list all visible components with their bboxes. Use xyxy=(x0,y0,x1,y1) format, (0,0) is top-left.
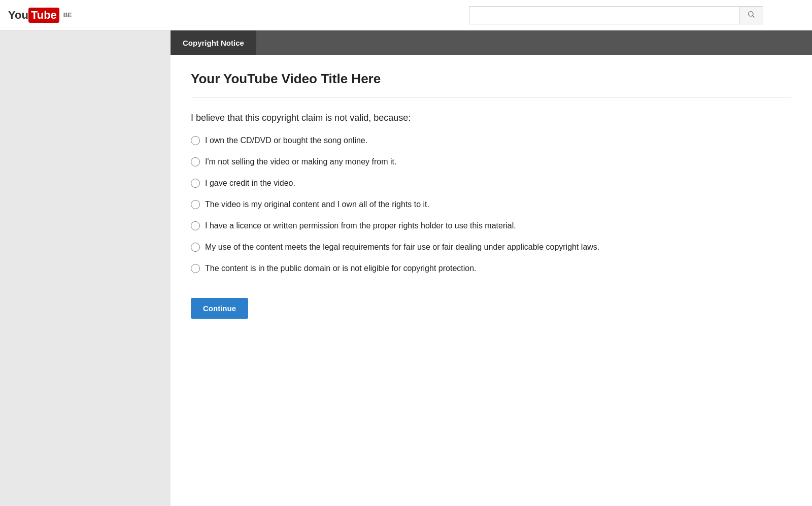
svg-point-0 xyxy=(749,12,753,16)
youtube-logo: YouTube xyxy=(8,8,59,23)
sidebar xyxy=(0,55,171,506)
radio-item[interactable]: I gave credit in the video. xyxy=(191,177,792,189)
svg-line-1 xyxy=(753,16,754,17)
logo-container: YouTube BE xyxy=(8,8,72,23)
radio-label-opt7: The content is in the public domain or i… xyxy=(205,262,477,275)
radio-label-opt3: I gave credit in the video. xyxy=(205,177,295,189)
content-area: Your YouTube Video Title Here I believe … xyxy=(171,55,812,506)
radio-opt6[interactable] xyxy=(191,243,200,252)
radio-opt5[interactable] xyxy=(191,221,200,230)
radio-item[interactable]: I have a licence or written permission f… xyxy=(191,220,792,232)
radio-label-opt6: My use of the content meets the legal re… xyxy=(205,241,599,253)
main-layout: Your YouTube Video Title Here I believe … xyxy=(0,55,812,506)
video-title: Your YouTube Video Title Here xyxy=(191,71,792,87)
radio-item[interactable]: The content is in the public domain or i… xyxy=(191,262,792,275)
radio-label-opt5: I have a licence or written permission f… xyxy=(205,220,516,232)
radio-opt2[interactable] xyxy=(191,157,200,166)
search-icon xyxy=(747,10,755,20)
tab-label: Copyright Notice xyxy=(183,39,244,47)
tab-copyright-notice[interactable]: Copyright Notice xyxy=(171,30,256,55)
radio-group: I own the CD/DVD or bought the song onli… xyxy=(191,134,792,284)
logo-tube: Tube xyxy=(28,8,59,23)
radio-opt7[interactable] xyxy=(191,264,200,273)
locale-label: BE xyxy=(63,12,72,19)
radio-label-opt2: I'm not selling the video or making any … xyxy=(205,156,396,168)
radio-opt1[interactable] xyxy=(191,136,200,145)
search-button[interactable] xyxy=(739,6,763,24)
radio-item[interactable]: My use of the content meets the legal re… xyxy=(191,241,792,253)
search-container xyxy=(469,6,763,24)
radio-item[interactable]: The video is my original content and I o… xyxy=(191,198,792,211)
radio-opt4[interactable] xyxy=(191,200,200,209)
radio-opt3[interactable] xyxy=(191,179,200,188)
claim-question: I believe that this copyright claim is n… xyxy=(191,113,792,123)
divider xyxy=(191,97,792,97)
search-input[interactable] xyxy=(469,6,739,24)
tab-bar-filler xyxy=(256,30,812,55)
radio-item[interactable]: I own the CD/DVD or bought the song onli… xyxy=(191,134,792,147)
radio-label-opt4: The video is my original content and I o… xyxy=(205,198,429,211)
continue-button[interactable]: Continue xyxy=(191,298,248,319)
radio-label-opt1: I own the CD/DVD or bought the song onli… xyxy=(205,134,367,147)
logo-you: You xyxy=(8,9,28,22)
tab-bar: Copyright Notice xyxy=(171,30,812,55)
radio-item[interactable]: I'm not selling the video or making any … xyxy=(191,156,792,168)
header: YouTube BE xyxy=(0,0,812,30)
